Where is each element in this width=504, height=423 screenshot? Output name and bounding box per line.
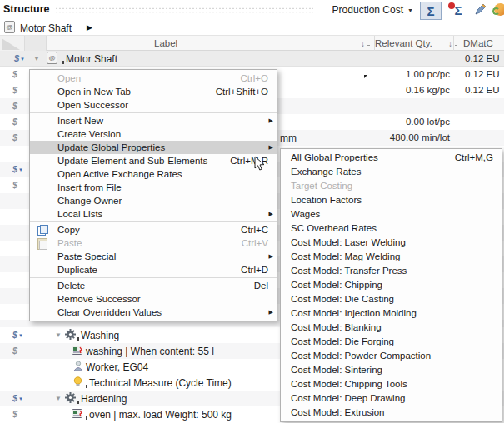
context-menu-item-remove-successor[interactable]: Remove Successor [30, 292, 277, 306]
menu-item-label: Update Element and Sub-Elements [57, 156, 207, 166]
context-menu-item-update-element-and-sub-elements[interactable]: Update Element and Sub-ElementsCtrl+M,R [30, 154, 277, 167]
submenu-arrow-icon: ▶ [269, 141, 273, 154]
context-menu-item-insert-from-file[interactable]: Insert from File [30, 181, 277, 194]
submenu-item-wages[interactable]: Wages [281, 207, 502, 221]
panel-title: Structure [3, 3, 50, 15]
cost-rollup-icon: $ [8, 329, 22, 341]
menu-item-label: Delete [57, 281, 85, 291]
menu-item-shortcut: Ctrl+D [241, 263, 268, 276]
mouse-cursor-icon [254, 156, 265, 172]
menu-item-label: Local Lists [57, 209, 102, 219]
column-divider[interactable] [374, 36, 375, 51]
context-menu-item-paste: PasteCtrl+V [30, 236, 277, 250]
menu-item-label: Open Active Exchange Rates [57, 169, 182, 179]
column-header-dmatc[interactable]: DMatC [463, 38, 493, 48]
context-menu-item-delete[interactable]: DeleteDel [30, 279, 277, 292]
cost-icon: $ [8, 408, 22, 421]
context-menu-separator [30, 112, 277, 113]
cell-dmatc: 0.12 EU [465, 85, 500, 95]
corner-select-cell[interactable] [0, 36, 24, 51]
tree-node-label[interactable]: Worker, EG04 [86, 361, 148, 373]
submenu-item-cost-model-blanking[interactable]: Cost Model: Blanking [281, 321, 502, 335]
cell-dmatc: 0.12 EU [465, 69, 500, 79]
lock-ring-icon [492, 7, 500, 15]
submenu-item-cost-model-powder-compaction[interactable]: Cost Model: Powder Compaction [281, 349, 502, 363]
context-menu-item-open-in-new-tab[interactable]: Open in New TabCtrl+Shift+O [30, 85, 277, 98]
context-menu-item-open-successor[interactable]: Open Successor [30, 98, 277, 112]
menu-item-label: SC Overhead Rates [291, 223, 377, 233]
expand-triangle-icon[interactable]: ▼ [55, 331, 62, 339]
cost-icon: $ [8, 179, 22, 192]
tree-node-label[interactable]: Washing [77, 330, 119, 341]
submenu-item-cost-model-sintering[interactable]: Cost Model: Sintering [281, 363, 502, 377]
submenu-item-cost-model-die-forging[interactable]: Cost Model: Die Forging [281, 335, 502, 349]
column-header-relevant-qty[interactable]: Relevant Qty. [375, 38, 432, 48]
tree-node-label[interactable]: Technical Measure (Cycle Time) [86, 377, 232, 389]
submenu-item-exchange-rates[interactable]: Exchange Rates [281, 165, 502, 179]
tree-node-label[interactable]: oven | max. load Weight: 500 kg [86, 409, 232, 421]
context-menu-item-local-lists[interactable]: Local Lists▶ [30, 207, 277, 221]
chevron-down-icon[interactable]: ▼ [407, 7, 413, 13]
menu-item-shortcut: Ctrl+C [241, 223, 268, 236]
submenu-item-cost-model-laser-welding[interactable]: Cost Model: Laser Welding [281, 236, 502, 250]
submenu-item-cost-model-die-casting[interactable]: Cost Model: Die Casting [281, 292, 502, 306]
view-selector-dropdown[interactable]: Production Cost [315, 4, 403, 16]
edit-button[interactable] [472, 2, 490, 20]
context-menu-item-insert-new[interactable]: Insert New▶ [30, 114, 277, 127]
tree-node-label[interactable]: Hardening [77, 393, 127, 405]
context-menu-item-paste-special[interactable]: Paste Special▶ [30, 250, 277, 263]
submenu-item-cost-model-mag-welding[interactable]: Cost Model: Mag Welding [281, 250, 502, 264]
table-header: Label ↓ Relevant Qty. ↓ DMatC [0, 35, 504, 51]
column-header-label[interactable]: Label [154, 38, 177, 48]
lock-button[interactable] [492, 2, 504, 17]
context-menu-item-duplicate[interactable]: DuplicateCtrl+D [30, 263, 277, 276]
menu-item-shortcut: Ctrl+M,G [455, 151, 493, 165]
tree-node-label[interactable]: washing | When content: 55 l [86, 346, 214, 357]
menu-item-label: Cost Model: Chipping Tools [291, 379, 407, 389]
breadcrumb-arrow-icon[interactable]: ▶ [87, 23, 92, 32]
submenu-item-cost-model-chipping[interactable]: Cost Model: Chipping [281, 278, 502, 292]
cell-dmatc: 0.12 EU [465, 53, 500, 63]
context-menu-item-update-global-properties[interactable]: Update Global Properties▶ [30, 141, 277, 154]
menu-item-label: Cost Model: Injection Molding [291, 308, 417, 318]
expand-triangle-icon[interactable]: ▼ [55, 395, 62, 402]
submenu-item-cost-model-chipping-tools[interactable]: Cost Model: Chipping Tools [281, 377, 502, 391]
clipped-label-fragment: mm [280, 132, 297, 144]
expand-triangle-icon[interactable]: ▼ [33, 55, 40, 62]
cell-relevant-qty: 0.16 kg/pc [342, 85, 450, 95]
sort-icon[interactable]: ↓ [361, 39, 372, 49]
cost-rollup-icon: $ [8, 392, 22, 405]
menu-item-label: Open Successor [57, 100, 128, 110]
submenu-arrow-icon: ▶ [269, 207, 273, 221]
table-row[interactable]: $ ▼ @ Motor Shaft 0.12 EU [0, 51, 504, 67]
sum-toggle-button[interactable]: Σ [420, 2, 442, 20]
icon-column-header[interactable] [24, 36, 47, 51]
submenu-item-cost-model-transfer-press[interactable]: Cost Model: Transfer Press [281, 264, 502, 278]
context-menu-separator [30, 221, 277, 222]
context-menu-item-change-owner[interactable]: Change Owner [30, 194, 277, 207]
breadcrumb[interactable]: Motor Shaft [20, 22, 72, 34]
gear-icon [65, 392, 76, 403]
context-menu-item-open-active-exchange-rates[interactable]: Open Active Exchange Rates [30, 167, 277, 181]
worker-icon [73, 361, 83, 371]
submenu-item-cost-model-injection-molding[interactable]: Cost Model: Injection Molding [281, 306, 502, 321]
menu-item-label: Cost Model: Powder Compaction [291, 351, 431, 361]
document-icon: @ [4, 21, 15, 33]
tree-node-label[interactable]: Motor Shaft [62, 53, 117, 65]
submenu-item-sc-overhead-rates[interactable]: SC Overhead Rates [281, 221, 502, 236]
context-menu-item-create-version[interactable]: Create Version [30, 127, 277, 141]
menu-item-label: Cost Model: Extrusion [291, 407, 385, 417]
menu-item-label: Create Version [57, 129, 121, 139]
column-divider[interactable] [453, 36, 454, 51]
structure-panel: Structure Production Cost ▼ Σ Σ @ Motor … [0, 0, 504, 423]
submenu-item-cost-model-extrusion[interactable]: Cost Model: Extrusion [281, 406, 502, 420]
submenu-item-cost-model-deep-drawing[interactable]: Cost Model: Deep Drawing [281, 391, 502, 406]
submenu-item-all-global-properties[interactable]: All Global PropertiesCtrl+M,G [281, 151, 502, 165]
submenu-item-location-factors[interactable]: Location Factors [281, 193, 502, 207]
cost-icon: $ [8, 100, 22, 112]
update-global-properties-submenu: All Global PropertiesCtrl+M,GExchange Ra… [280, 148, 502, 422]
sum-update-button[interactable]: Σ [447, 2, 469, 20]
menu-item-label: Cost Model: Die Casting [291, 294, 394, 304]
context-menu-item-copy[interactable]: CopyCtrl+C [30, 223, 277, 236]
context-menu-item-clear-overridden-values[interactable]: Clear Overridden Values▶ [30, 306, 277, 319]
